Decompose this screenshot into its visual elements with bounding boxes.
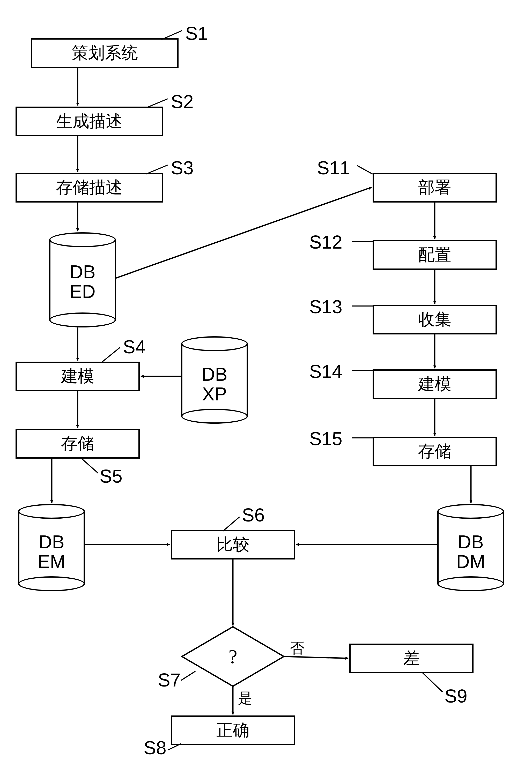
db-dm: DB DM bbox=[437, 504, 504, 591]
step-s5-tag: S5 bbox=[100, 465, 122, 487]
db-xp-line1: DB bbox=[202, 364, 227, 385]
step-s14-tag: S14 bbox=[309, 361, 342, 382]
svg-line-28 bbox=[357, 166, 373, 174]
step-s7-diamond: ? bbox=[181, 626, 285, 687]
step-s3-box: 存储描述 bbox=[15, 173, 163, 203]
step-s11-box: 部署 bbox=[373, 173, 497, 203]
flowchart-canvas: 策划系统 S1 生成描述 S2 存储描述 S3 DB ED 建模 S4 DB X… bbox=[0, 0, 532, 776]
step-s4-label: 建模 bbox=[61, 367, 94, 385]
db-xp-line2: XP bbox=[202, 384, 227, 404]
step-s5-box: 存储 bbox=[15, 429, 140, 458]
step-s12-box: 配置 bbox=[373, 240, 497, 270]
step-s2-box: 生成描述 bbox=[15, 107, 163, 136]
step-s2-label: 生成描述 bbox=[56, 112, 122, 130]
db-em-line2: EM bbox=[37, 551, 65, 572]
step-s1-tag: S1 bbox=[185, 23, 208, 44]
db-ed: DB ED bbox=[49, 232, 116, 328]
step-s9-tag: S9 bbox=[445, 686, 467, 707]
step-s13-label: 收集 bbox=[418, 311, 451, 329]
step-s6-box: 比较 bbox=[171, 530, 295, 560]
step-s8-tag: S8 bbox=[144, 737, 166, 758]
step-s9-label: 差 bbox=[403, 649, 420, 667]
branch-no: 否 bbox=[290, 638, 304, 658]
step-s5-label: 存储 bbox=[61, 434, 94, 453]
step-s6-tag: S6 bbox=[242, 505, 265, 526]
step-s4-box: 建模 bbox=[15, 362, 140, 391]
svg-line-24 bbox=[223, 517, 239, 531]
db-ed-line2: ED bbox=[69, 281, 96, 302]
db-dm-line1: DB bbox=[458, 532, 484, 552]
step-s15-box: 存储 bbox=[373, 437, 497, 466]
step-s1-box: 策划系统 bbox=[31, 38, 179, 68]
db-em-line1: DB bbox=[38, 532, 64, 552]
step-s13-box: 收集 bbox=[373, 305, 497, 335]
step-s3-label: 存储描述 bbox=[56, 179, 122, 197]
step-s12-label: 配置 bbox=[418, 246, 451, 264]
step-s15-label: 存储 bbox=[418, 442, 451, 460]
step-s13-tag: S13 bbox=[309, 296, 342, 318]
branch-yes: 是 bbox=[238, 689, 252, 708]
step-s11-tag: S11 bbox=[317, 157, 350, 179]
step-s3-tag: S3 bbox=[171, 157, 194, 179]
db-ed-line1: DB bbox=[69, 261, 96, 282]
step-s6-label: 比较 bbox=[216, 536, 249, 554]
step-s9-box: 差 bbox=[349, 643, 474, 673]
step-s11-label: 部署 bbox=[418, 179, 451, 197]
step-s15-tag: S15 bbox=[309, 428, 342, 449]
step-s1-label: 策划系统 bbox=[72, 44, 138, 62]
db-dm-line2: DM bbox=[456, 551, 485, 572]
svg-line-27 bbox=[422, 672, 442, 692]
db-xp: DB XP bbox=[181, 336, 248, 424]
step-s8-label: 正确 bbox=[216, 721, 249, 739]
step-s14-box: 建模 bbox=[373, 369, 497, 399]
step-s2-tag: S2 bbox=[171, 91, 194, 112]
db-em: DB EM bbox=[18, 504, 85, 591]
step-s14-label: 建模 bbox=[418, 375, 451, 393]
step-s4-tag: S4 bbox=[123, 336, 146, 358]
step-s8-box: 正确 bbox=[171, 716, 295, 745]
step-s7-label: ? bbox=[228, 645, 237, 668]
step-s7-tag: S7 bbox=[158, 669, 181, 691]
svg-line-23 bbox=[80, 457, 98, 473]
step-s12-tag: S12 bbox=[309, 231, 342, 253]
svg-line-22 bbox=[101, 347, 120, 363]
